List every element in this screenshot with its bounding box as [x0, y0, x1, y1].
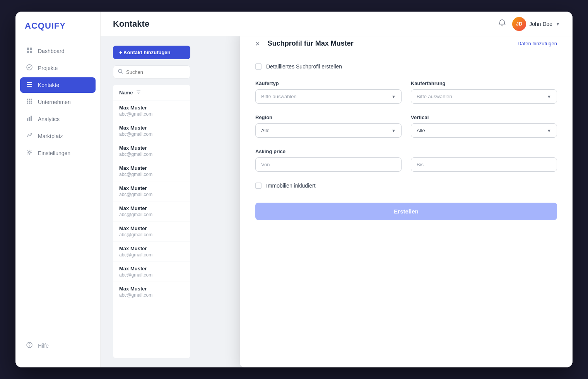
avatar: JD	[512, 17, 526, 31]
sidebar-item-marktplatz[interactable]: Marktplatz	[20, 128, 96, 144]
kaeufertyp-chevron-icon: ▼	[391, 94, 396, 99]
svg-rect-19	[31, 116, 32, 121]
asking-price-von-input[interactable]	[255, 157, 402, 172]
page-title: Kontakte	[113, 19, 149, 29]
svg-rect-15	[29, 102, 30, 104]
sidebar-item-kontakte-label: Kontakte	[38, 82, 59, 88]
svg-rect-13	[31, 101, 32, 102]
svg-rect-14	[27, 102, 28, 104]
kauferfahrung-label: Kauferfahrung	[411, 80, 557, 86]
svg-rect-3	[30, 51, 32, 53]
unternehmen-icon	[26, 98, 33, 106]
sidebar-item-einstellungen-label: Einstellungen	[38, 150, 70, 156]
modal-close-button[interactable]: ×	[255, 40, 260, 48]
kauferfahrung-chevron-icon: ▼	[547, 94, 551, 99]
form-row-2: Region Alle ▼ Vertical Alle	[255, 114, 557, 138]
svg-rect-16	[31, 102, 32, 104]
sidebar-item-dashboard[interactable]: Dashboard	[20, 43, 96, 59]
vertical-chevron-icon: ▼	[547, 128, 551, 133]
sidebar-item-analytics-label: Analytics	[38, 116, 60, 122]
modal-overlay: × Suchprofil für Max Muster Daten hinzuf…	[101, 36, 573, 367]
svg-rect-6	[27, 84, 32, 85]
dashboard-icon	[26, 47, 33, 55]
erstellen-button[interactable]: Erstellen	[255, 203, 557, 220]
modal-header: × Suchprofil für Max Muster Daten hinzuf…	[255, 39, 557, 54]
region-label: Region	[255, 114, 402, 120]
vertical-label: Vertical	[411, 114, 557, 120]
kauferfahrung-select[interactable]: Bitte auswählen ▼	[411, 89, 557, 104]
search-profile-modal: × Suchprofil für Max Muster Daten hinzuf…	[240, 36, 573, 367]
notification-bell-icon[interactable]	[498, 19, 506, 29]
svg-rect-8	[27, 99, 28, 100]
vertical-select[interactable]: Alle ▼	[411, 123, 557, 138]
vertical-select-text: Alle	[417, 128, 425, 133]
sidebar-item-projekte-label: Projekte	[38, 65, 58, 71]
immobilien-checkbox-row: Immobilien inkludiert	[255, 183, 557, 189]
sidebar-item-analytics[interactable]: Analytics	[20, 111, 96, 127]
sidebar-item-kontakte[interactable]: Kontakte	[20, 77, 96, 93]
sidebar-item-projekte[interactable]: Projekte	[20, 60, 96, 76]
svg-point-20	[29, 152, 31, 154]
asking-price-bis-input[interactable]	[411, 157, 557, 172]
modal-title: Suchprofil für Max Muster	[268, 39, 354, 48]
svg-rect-17	[27, 118, 28, 121]
kaeufertyp-select-text: Bitte auswählen	[261, 94, 297, 99]
svg-rect-10	[31, 99, 32, 100]
sidebar-nav: Dashboard Projekte Kontakte	[15, 43, 100, 333]
einstellungen-icon	[26, 149, 33, 157]
app-logo: ACQUIFY	[25, 21, 66, 31]
sidebar-item-hilfe[interactable]: ? Hilfe	[20, 338, 96, 353]
analytics-icon	[26, 115, 33, 123]
form-row-1: Käufertyp Bitte auswählen ▼ Kauferfahrun…	[255, 80, 557, 104]
sidebar-item-unternehmen[interactable]: Unternehmen	[20, 94, 96, 110]
suchprofil-checkbox[interactable]	[255, 63, 262, 70]
modal-body: Detailliertes Suchprofil erstellen Käufe…	[255, 63, 557, 220]
suchprofil-checkbox-row: Detailliertes Suchprofil erstellen	[255, 63, 557, 70]
kaeufertyp-select[interactable]: Bitte auswählen ▼	[255, 89, 402, 104]
sidebar-item-dashboard-label: Dashboard	[38, 48, 65, 54]
sidebar-item-marktplatz-label: Marktplatz	[38, 133, 63, 139]
logo-area: ACQUIFY	[15, 21, 100, 43]
user-name-label: John Doe	[529, 21, 552, 27]
daten-hinzufuegen-link[interactable]: Daten hinzufügen	[518, 41, 557, 46]
asking-price-group: Asking price	[255, 149, 557, 172]
svg-rect-2	[27, 51, 29, 53]
kaeufertyp-group: Käufertyp Bitte auswählen ▼	[255, 80, 402, 104]
kaeufertyp-label: Käufertyp	[255, 80, 402, 86]
vertical-group: Vertical Alle ▼	[411, 114, 557, 138]
header-right: JD John Doe ▼	[498, 17, 560, 31]
suchprofil-checkbox-label: Detailliertes Suchprofil erstellen	[266, 63, 342, 70]
sidebar-item-hilfe-label: Hilfe	[38, 343, 49, 349]
page-body: + Kontakt hinzufügen Name	[101, 36, 573, 367]
asking-price-inputs	[255, 157, 557, 172]
kauferfahrung-select-text: Bitte auswählen	[417, 94, 452, 99]
kauferfahrung-group: Kauferfahrung Bitte auswählen ▼	[411, 80, 557, 104]
region-select-text: Alle	[261, 128, 270, 133]
svg-rect-0	[27, 48, 29, 50]
svg-rect-18	[29, 117, 30, 121]
user-dropdown-icon: ▼	[556, 21, 560, 27]
svg-text:?: ?	[28, 343, 31, 347]
sidebar-footer: ? Hilfe	[15, 333, 100, 358]
immobilien-checkbox[interactable]	[255, 183, 262, 189]
svg-rect-7	[27, 86, 32, 87]
svg-rect-5	[27, 82, 32, 83]
svg-rect-11	[27, 101, 28, 102]
marktplatz-icon	[26, 132, 33, 140]
svg-rect-9	[29, 99, 30, 100]
sidebar: ACQUIFY Dashboard Projekte	[15, 12, 101, 367]
kontakte-icon	[26, 81, 33, 89]
hilfe-icon: ?	[26, 342, 33, 350]
user-info[interactable]: JD John Doe ▼	[512, 17, 560, 31]
region-chevron-icon: ▼	[391, 128, 396, 133]
region-group: Region Alle ▼	[255, 114, 402, 138]
sidebar-item-einstellungen[interactable]: Einstellungen	[20, 145, 96, 161]
immobilien-checkbox-label: Immobilien inkludiert	[266, 183, 316, 189]
sidebar-item-unternehmen-label: Unternehmen	[38, 99, 71, 105]
region-select[interactable]: Alle ▼	[255, 123, 402, 138]
page-header: Kontakte JD John Doe ▼	[101, 12, 573, 36]
svg-rect-1	[30, 48, 32, 50]
svg-rect-12	[29, 101, 30, 102]
projekte-icon	[26, 64, 33, 72]
main-content: Kontakte JD John Doe ▼ + Kontakt hinzuf	[101, 12, 573, 367]
